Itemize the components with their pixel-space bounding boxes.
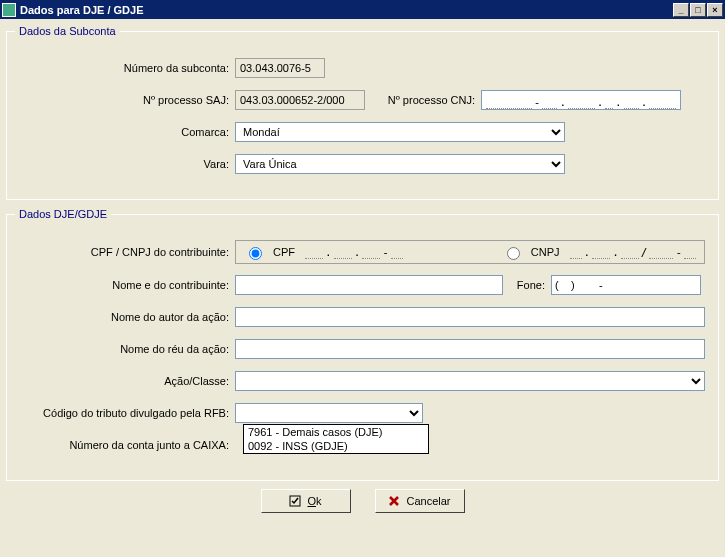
close-button[interactable]: × <box>707 3 723 17</box>
proc-saj-label: Nº processo SAJ: <box>15 94 235 106</box>
cancel-button[interactable]: Cancelar <box>375 489 465 513</box>
tributo-select[interactable] <box>235 403 423 423</box>
group-dje: Dados DJE/GDJE CPF / CNPJ do contribuint… <box>6 208 719 481</box>
comarca-select[interactable]: Mondaí <box>235 122 565 142</box>
acao-label: Ação/Classe: <box>15 375 235 387</box>
vara-select[interactable]: Vara Única <box>235 154 565 174</box>
cnpj-radio-label: CNPJ <box>531 246 560 258</box>
check-icon <box>289 495 301 507</box>
autor-input[interactable] <box>235 307 705 327</box>
reu-input[interactable] <box>235 339 705 359</box>
group-subconta-legend: Dados da Subconta <box>15 25 120 37</box>
ok-button-accel: O <box>307 495 316 507</box>
proc-cnj-label: Nº processo CNJ: <box>371 94 481 106</box>
cpf-radio-label: CPF <box>273 246 295 258</box>
numero-subconta-label: Número da subconta: <box>15 62 235 74</box>
tributo-dropdown-list[interactable]: 7961 - Demais casos (DJE) 0092 - INSS (G… <box>243 424 429 454</box>
fone-input[interactable] <box>551 275 701 295</box>
minimize-button[interactable]: _ <box>673 3 689 17</box>
title-bar: Dados para DJE / GDJE _ □ × <box>0 0 725 19</box>
caixa-label: Número da conta junto a CAIXA: <box>15 439 235 451</box>
maximize-button[interactable]: □ <box>690 3 706 17</box>
tributo-label: Código do tributo divulgado pela RFB: <box>15 407 235 419</box>
autor-label: Nome do autor da ação: <box>15 311 235 323</box>
ok-button-label-rest: k <box>316 495 322 507</box>
cnpj-radio[interactable] <box>507 247 520 260</box>
reu-label: Nome do réu da ação: <box>15 343 235 355</box>
ok-button[interactable]: Ok <box>261 489 351 513</box>
cpf-radio[interactable] <box>249 247 262 260</box>
group-dje-legend: Dados DJE/GDJE <box>15 208 111 220</box>
acao-select[interactable] <box>235 371 705 391</box>
group-subconta: Dados da Subconta Número da subconta: 03… <box>6 25 719 200</box>
app-icon <box>2 3 16 17</box>
client-area: Dados da Subconta Número da subconta: 03… <box>0 19 725 519</box>
tributo-option[interactable]: 7961 - Demais casos (DJE) <box>244 425 428 439</box>
fone-label: Fone: <box>511 279 551 291</box>
cpfcnpj-label: CPF / CNPJ do contribuinte: <box>15 246 235 258</box>
proc-cnj-input[interactable]: - . . . . <box>481 90 681 110</box>
comarca-label: Comarca: <box>15 126 235 138</box>
nome-contrib-label: Nome e do contribuinte: <box>15 279 235 291</box>
nome-contrib-input[interactable] <box>235 275 503 295</box>
numero-subconta-value: 03.043.0076-5 <box>235 58 325 78</box>
window-title: Dados para DJE / GDJE <box>20 4 673 16</box>
button-bar: Ok Cancelar <box>6 489 719 513</box>
proc-saj-value: 043.03.000652-2/000 <box>235 90 365 110</box>
vara-label: Vara: <box>15 158 235 170</box>
close-icon <box>388 495 400 507</box>
tributo-option[interactable]: 0092 - INSS (GDJE) <box>244 439 428 453</box>
cancel-button-label: Cancelar <box>406 495 450 507</box>
